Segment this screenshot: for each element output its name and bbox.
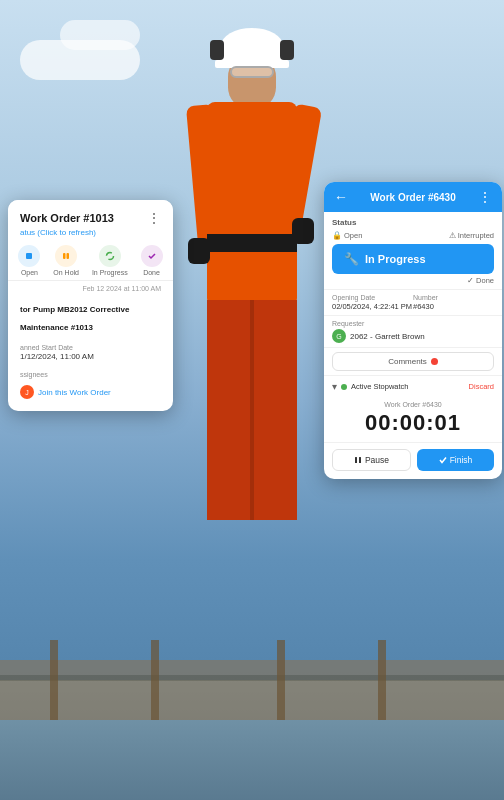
svg-rect-4 <box>355 457 357 463</box>
finish-button[interactable]: Finish <box>417 449 494 471</box>
pause-button[interactable]: Pause <box>332 449 411 471</box>
tab-hold[interactable]: On Hold <box>53 245 79 276</box>
fence-bar <box>277 640 285 720</box>
opening-date-col: Opening Date 02/05/2024, 4:22:41 PM <box>332 294 413 311</box>
status-tabs: Open On Hold In Progress Done <box>8 239 173 281</box>
assignees-label: ssignees <box>20 371 161 378</box>
join-link[interactable]: Join this Work Order <box>38 388 111 397</box>
warning-icon: ⚠ <box>449 231 456 240</box>
panel-right-header: ← Work Order #6430 ⋮ <box>324 182 502 212</box>
tab-open[interactable]: Open <box>18 245 40 276</box>
action-buttons: Pause Finish <box>324 442 502 479</box>
svg-rect-2 <box>67 253 70 259</box>
fence <box>0 660 504 720</box>
inprog-icon <box>99 245 121 267</box>
assignees-section: ssignees <box>8 363 173 381</box>
number-col: Number #6430 <box>413 294 494 311</box>
stopwatch-header: ▾ Active Stopwatch Discard <box>324 376 502 397</box>
status-interrupted-label: Interrupted <box>458 231 494 240</box>
svg-point-3 <box>106 253 113 260</box>
hard-hat <box>221 28 283 64</box>
more-button[interactable]: ⋮ <box>478 189 492 205</box>
opening-date-value: 02/05/2024, 4:22:41 PM <box>332 302 413 311</box>
belt <box>207 234 297 252</box>
panel-right-title: Work Order #6430 <box>370 192 455 203</box>
pause-label: Pause <box>365 455 389 465</box>
cloud-2 <box>60 20 140 50</box>
panel-work-order-1013: Work Order #1013 ⋮ atus (Click to refres… <box>8 200 173 411</box>
panel-left-menu-icon[interactable]: ⋮ <box>147 210 161 226</box>
status-section-label: Status <box>332 218 494 227</box>
lock-icon: 🔒 <box>332 231 342 240</box>
tab-inprogress-label: In Progress <box>92 269 128 276</box>
fence-bar <box>378 640 386 720</box>
wo-description-section: tor Pump MB2012 Corrective Maintenance #… <box>8 296 173 336</box>
done-icon <box>141 245 163 267</box>
tab-hold-label: On Hold <box>53 269 79 276</box>
stopwatch-wo-ref: Work Order #6430 <box>332 401 494 408</box>
status-section: Status 🔒 Open ⚠ Interrupted <box>324 212 502 244</box>
finish-label: Finish <box>450 455 473 465</box>
stopwatch-section: ▾ Active Stopwatch Discard Work Order #6… <box>324 375 502 442</box>
tab-open-label: Open <box>21 269 38 276</box>
requester-section: Requester G 2062 - Garrett Brown <box>324 315 502 347</box>
checkmark-icon: ✓ <box>467 276 474 285</box>
wo-description: tor Pump MB2012 Corrective Maintenance #… <box>20 305 129 332</box>
panel-date: Feb 12 2024 at 11:00 AM <box>8 281 173 296</box>
comments-section: Comments <box>324 347 502 375</box>
in-progress-badge[interactable]: 🔧 In Progress <box>332 244 494 274</box>
stopwatch-body: Work Order #6430 00:00:01 <box>324 397 502 442</box>
status-opt-open[interactable]: 🔒 Open <box>332 231 362 240</box>
tab-done-label: Done <box>143 269 160 276</box>
panel-left-title: Work Order #1013 <box>20 212 114 224</box>
hold-icon <box>55 245 77 267</box>
tab-inprogress[interactable]: In Progress <box>92 245 128 276</box>
pause-icon <box>354 456 362 464</box>
number-label: Number <box>413 294 494 301</box>
requester-value-row: G 2062 - Garrett Brown <box>332 329 494 343</box>
open-icon <box>18 245 40 267</box>
stopwatch-label: Active Stopwatch <box>351 382 409 391</box>
checkmark-finish-icon <box>439 456 447 464</box>
panel-left-header: Work Order #1013 ⋮ <box>8 200 173 226</box>
stopwatch-left: ▾ Active Stopwatch <box>332 381 409 392</box>
assignee-avatar: J <box>20 385 34 399</box>
fence-bar <box>50 640 58 720</box>
comments-button[interactable]: Comments <box>332 352 494 371</box>
requester-label: Requester <box>332 320 494 327</box>
svg-rect-5 <box>359 457 361 463</box>
back-button[interactable]: ← <box>334 189 348 205</box>
status-options-row: 🔒 Open ⚠ Interrupted <box>332 231 494 240</box>
body-suit <box>207 102 297 302</box>
planned-start-section: anned Start Date 1/12/2024, 11:00 AM <box>8 336 173 363</box>
timer-display: 00:00:01 <box>332 410 494 436</box>
discard-button[interactable]: Discard <box>469 382 494 391</box>
assignee-row: J Join this Work Order <box>8 385 173 399</box>
status-opt-interrupted[interactable]: ⚠ Interrupted <box>449 231 494 240</box>
earmuff-right <box>280 40 294 60</box>
comments-label: Comments <box>388 357 427 366</box>
legs <box>207 300 297 520</box>
active-dot <box>341 384 347 390</box>
planned-start-value: 1/12/2024, 11:00 AM <box>20 352 161 361</box>
status-done-label: Done <box>476 276 494 285</box>
requester-avatar: G <box>332 329 346 343</box>
status-opt-done[interactable]: ✓ Done <box>467 276 494 285</box>
comments-notification-dot <box>431 358 438 365</box>
number-value: #6430 <box>413 302 494 311</box>
chevron-down-icon[interactable]: ▾ <box>332 381 337 392</box>
planned-start-label: anned Start Date <box>20 344 161 351</box>
worker-figure <box>152 10 352 570</box>
panel-work-order-6430: ← Work Order #6430 ⋮ Status 🔒 Open ⚠ Int… <box>324 182 502 479</box>
info-grid: Opening Date 02/05/2024, 4:22:41 PM Numb… <box>324 289 502 315</box>
tab-done[interactable]: Done <box>141 245 163 276</box>
svg-rect-0 <box>26 253 32 259</box>
goggles <box>230 66 274 78</box>
in-progress-label: In Progress <box>365 253 426 265</box>
opening-date-label: Opening Date <box>332 294 413 301</box>
status-refresh-text[interactable]: atus (Click to refresh) <box>8 226 173 239</box>
wrench-icon: 🔧 <box>344 252 359 266</box>
requester-name: 2062 - Garrett Brown <box>350 332 425 341</box>
svg-rect-1 <box>63 253 66 259</box>
fence-bar <box>151 640 159 720</box>
